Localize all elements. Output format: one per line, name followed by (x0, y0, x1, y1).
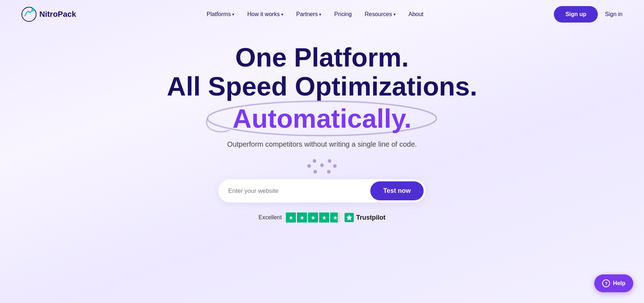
partners-chevron-icon: ▾ (319, 12, 321, 17)
logo-link[interactable]: NitroPack (21, 7, 76, 22)
trustpilot-stars: ★ ★ ★ ★ ★ (286, 212, 340, 223)
trustpilot-brand-label: Trustpilot (356, 214, 385, 221)
star-3: ★ (308, 212, 318, 223)
nav-item-resources[interactable]: Resources ▾ (365, 11, 395, 18)
svg-point-1 (31, 8, 34, 11)
star-4: ★ (319, 212, 329, 223)
logo-icon (21, 7, 36, 22)
svg-marker-3 (346, 215, 352, 220)
hero-auto-wrapper: Automatically. (233, 104, 411, 133)
nav-item-about[interactable]: About (409, 11, 424, 18)
trustpilot-excellent-label: Excellent (259, 214, 282, 221)
star-1: ★ (286, 212, 296, 223)
test-now-button[interactable]: Test now (370, 181, 424, 200)
website-input[interactable] (228, 187, 370, 195)
trustpilot-logo: Trustpilot (345, 213, 385, 222)
nav-item-pricing[interactable]: Pricing (334, 11, 352, 18)
hero-subtext: Outperform competitors without writing a… (227, 140, 417, 148)
trustpilot-row: Excellent ★ ★ ★ ★ ★ Trustpilot (259, 212, 386, 223)
hero-headline-auto: Automatically. (233, 104, 411, 133)
nav-actions: Sign up Sign in (554, 6, 623, 23)
hero-section: One Platform. All Speed Optimizations. A… (0, 29, 644, 223)
star-2: ★ (297, 212, 307, 223)
navbar: NitroPack Platforms ▾ How it works ▾ Par… (0, 0, 644, 29)
nav-item-partners[interactable]: Partners ▾ (296, 11, 321, 18)
hero-headline-line2: All Speed Optimizations. (167, 72, 477, 101)
help-circle-icon: ? (602, 279, 610, 287)
trustpilot-logo-icon (345, 213, 354, 222)
logo-text: NitroPack (39, 10, 76, 19)
chevron-dots (312, 158, 332, 172)
help-button[interactable]: ? Help (594, 274, 633, 292)
signin-button[interactable]: Sign in (605, 11, 623, 18)
help-label: Help (613, 280, 625, 287)
signup-button[interactable]: Sign up (554, 6, 598, 23)
how-it-works-chevron-icon: ▾ (281, 12, 283, 17)
website-input-bar: Test now (218, 179, 426, 202)
nav-item-platforms[interactable]: Platforms ▾ (207, 11, 235, 18)
nav-links: Platforms ▾ How it works ▾ Partners ▾ Pr… (207, 11, 424, 18)
resources-chevron-icon: ▾ (394, 12, 396, 17)
nav-item-how-it-works[interactable]: How it works ▾ (247, 11, 283, 18)
hero-headline-line1: One Platform. (235, 43, 409, 72)
platforms-chevron-icon: ▾ (232, 12, 234, 17)
star-5: ★ (330, 212, 340, 223)
